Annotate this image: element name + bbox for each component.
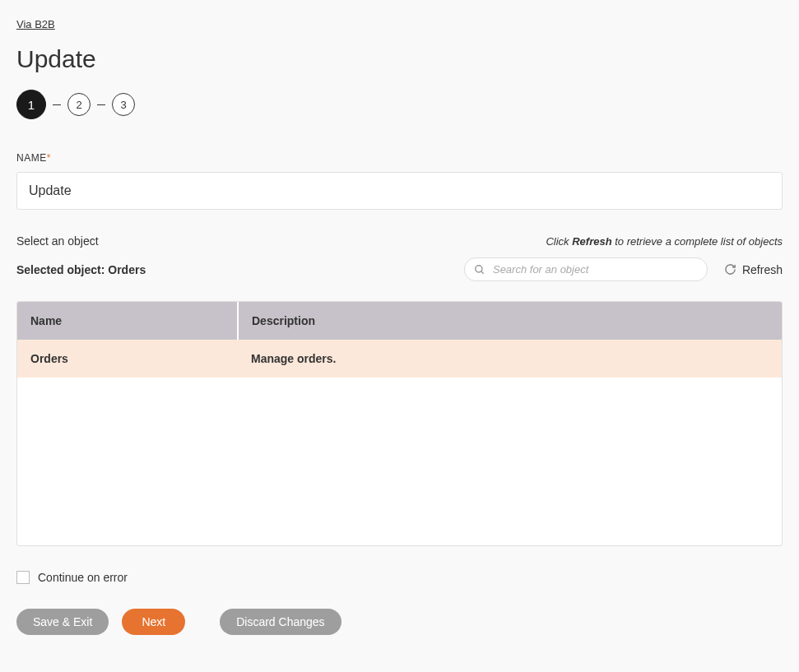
stepper-step-3[interactable]: 3 (112, 93, 135, 116)
table-row[interactable]: Orders Manage orders. (17, 340, 782, 378)
refresh-button[interactable]: Refresh (724, 263, 783, 276)
refresh-hint-bold: Refresh (572, 235, 611, 248)
selected-object-label: Selected object: Orders (16, 263, 146, 276)
stepper: 1 2 3 (16, 90, 783, 119)
breadcrumb[interactable]: Via B2B (16, 18, 55, 30)
button-row: Save & Exit Next Discard Changes (16, 609, 783, 635)
objects-table: Name Description Orders Manage orders. (17, 302, 782, 378)
page-title: Update (16, 45, 783, 73)
continue-on-error-label: Continue on error (38, 571, 128, 584)
select-object-hint: Select an object (16, 234, 99, 248)
continue-on-error-row: Continue on error (16, 571, 783, 584)
svg-point-0 (476, 265, 482, 271)
search-icon (474, 264, 485, 276)
continue-on-error-checkbox[interactable] (16, 571, 30, 584)
name-input[interactable] (16, 172, 783, 210)
refresh-hint-prefix: Click (546, 235, 572, 248)
stepper-connector (97, 104, 105, 105)
svg-line-1 (481, 271, 484, 273)
object-header-row: Select an object Click Refresh to retrie… (16, 234, 783, 248)
stepper-step-1[interactable]: 1 (16, 90, 46, 119)
table-header-name[interactable]: Name (17, 302, 238, 340)
required-asterisk: * (47, 152, 51, 164)
table-header-description[interactable]: Description (238, 302, 782, 340)
table-header-row: Name Description (17, 302, 782, 340)
next-button[interactable]: Next (122, 609, 185, 635)
refresh-hint-suffix: to retrieve a complete list of objects (612, 235, 783, 248)
search-refresh-right: Refresh (464, 257, 783, 281)
selected-object-prefix: Selected object: (16, 263, 108, 276)
stepper-step-2[interactable]: 2 (67, 93, 91, 116)
name-field-label-text: NAME (16, 152, 47, 164)
stepper-connector (53, 104, 61, 105)
objects-table-container: Name Description Orders Manage orders. (16, 301, 783, 546)
table-cell-description: Manage orders. (238, 340, 782, 378)
search-input[interactable] (464, 257, 708, 281)
search-refresh-row: Selected object: Orders Refresh (16, 257, 783, 281)
name-field-label: NAME* (16, 152, 783, 164)
refresh-hint: Click Refresh to retrieve a complete lis… (546, 235, 783, 248)
search-wrapper (464, 257, 708, 281)
table-cell-name: Orders (17, 340, 238, 378)
refresh-label: Refresh (742, 263, 783, 276)
discard-changes-button[interactable]: Discard Changes (220, 609, 341, 635)
save-exit-button[interactable]: Save & Exit (16, 609, 109, 635)
refresh-icon (724, 263, 736, 276)
selected-object-value: Orders (108, 263, 146, 276)
